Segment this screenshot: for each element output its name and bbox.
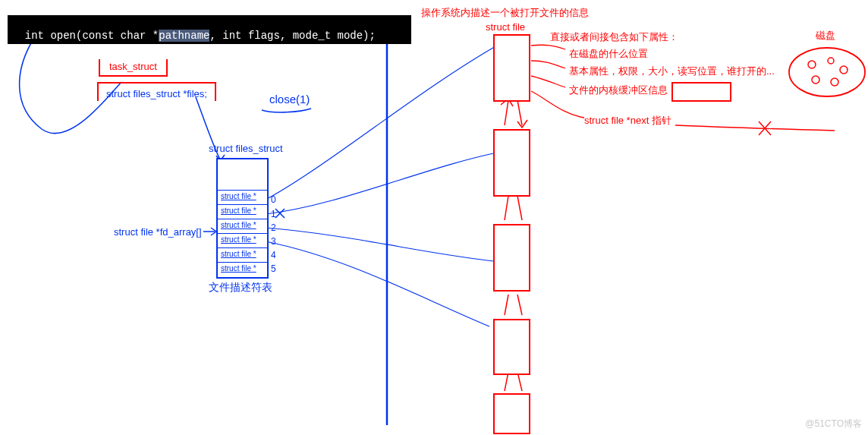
x-mark-fd1 [275,209,285,218]
attr2: 基本属性，权限，大小，读写位置，谁打开的... [569,65,775,78]
struct-file-box-5 [493,393,530,434]
code-text-prefix: int open(const char * [25,30,159,42]
struct-file-box-4 [493,319,530,375]
buffer-to-disk-line [675,125,835,131]
fd-idx-5: 5 [271,263,276,274]
struct-file-box-3 [493,224,530,292]
fd-row-0: struct file * [218,190,267,204]
svg-point-3 [812,76,819,84]
fd-idx-1: 1 [271,209,276,219]
fd-table-caption: 文件描述符表 [209,281,272,295]
watermark: @51CTO博客 [805,418,862,430]
attr3: 文件的内核缓冲区信息 [569,84,668,97]
fd-row-1: struct file * [218,204,267,219]
fd-array-label: struct file *fd_array[] [114,226,202,238]
close1-label: close(1) [269,93,310,106]
buffer-box [671,82,731,102]
svg-point-4 [831,78,838,86]
arrow-fd2 [266,228,501,262]
arrow-fd3 [266,241,489,326]
fd-row-3: struct file * [218,233,267,247]
close1-underline [262,109,311,112]
disk-ellipse [789,48,865,96]
svg-point-1 [828,58,834,64]
task-struct-box: task_struct [99,59,168,77]
fd-row-4: struct file * [218,247,267,262]
files-member-label: struct files_struct *files; [106,88,207,99]
code-text-rest: , int flags, mode_t mode); [209,30,375,42]
attr1: 在磁盘的什么位置 [569,47,648,61]
arrow-fd0 [266,46,497,200]
files-struct-box: struct file * struct file * struct file … [216,158,269,279]
next-ptr-label: struct file *next 指针 [584,114,671,128]
fd-row-5: struct file * [218,262,267,276]
svg-point-0 [808,61,816,68]
disk-label: 磁盘 [816,29,835,43]
task-struct-label: task_struct [109,61,157,72]
fd-idx-4: 4 [271,250,276,260]
struct-file-box-1 [493,34,530,102]
files-member-box: struct files_struct *files; [97,82,216,101]
code-snippet: int open(const char *pathname, int flags… [8,15,411,44]
x-mark-disk-line [759,121,771,135]
fd-idx-0: 0 [271,194,276,205]
struct-file-label: struct file [486,21,525,33]
os-file-desc-title: 操作系统内描述一个被打开文件的信息 [421,6,589,20]
arrow-fd1 [266,152,501,214]
fd-idx-3: 3 [271,236,276,247]
files-struct-label: struct files_struct [209,143,283,154]
fd-row-2: struct file * [218,219,267,233]
svg-point-2 [840,66,848,74]
struct-file-box-2 [493,129,530,197]
code-text-hl: pathname [159,30,209,42]
fd-idx-2: 2 [271,222,276,233]
attrs-title: 直接或者间接包含如下属性： [550,30,678,44]
